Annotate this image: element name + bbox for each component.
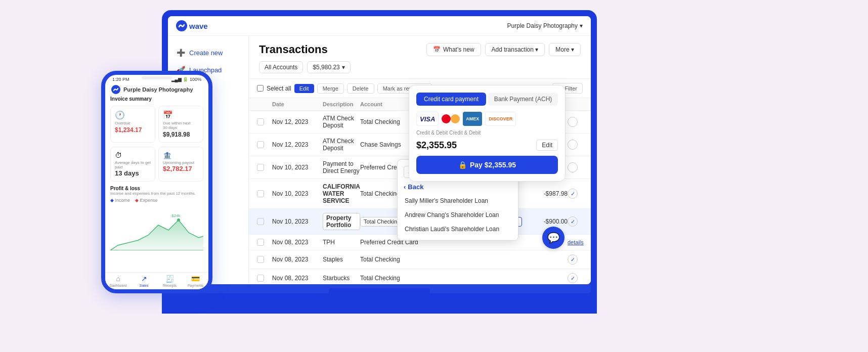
amex-logo: AMEX — [463, 112, 482, 126]
receipts-icon: 🧾 — [165, 275, 174, 283]
page-title: Transactions — [259, 43, 328, 56]
merge-button[interactable]: Merge — [317, 83, 344, 94]
row-desc: CALIFORNIA WATER SERVICE — [323, 183, 360, 204]
laptop: wave Purple Daisy Photography ▾ ➕ Create… — [162, 10, 597, 324]
phone-topbar: Purple Daisy Photography — [105, 82, 208, 96]
row-date: Nov 08, 2023 — [272, 239, 323, 246]
signal-icon: ▂▄▆ — [171, 77, 182, 82]
row-checkbox[interactable] — [257, 164, 264, 171]
row-desc: Starbucks — [323, 275, 360, 282]
more-button[interactable]: More ▾ — [549, 43, 581, 56]
row-desc: ATM Check Deposit — [323, 115, 360, 129]
nav-item-dashboard[interactable]: ⌂ Dashboard — [105, 275, 131, 287]
category-back-button[interactable]: ‹ Back — [398, 180, 518, 194]
phone-notch — [142, 76, 172, 79]
select-all-checkbox[interactable] — [257, 85, 264, 92]
payment-tab-cc[interactable]: Credit card payment — [416, 93, 486, 106]
delete-button[interactable]: Delete — [347, 83, 374, 94]
invoice-cards: 🕐 Overdue $1,234.17 📅 Due within next 30… — [110, 106, 203, 143]
visa-logo: VISA — [416, 112, 439, 126]
row-check-circle[interactable] — [568, 162, 578, 172]
row-amount: -$900.00 — [522, 218, 568, 225]
row-date: Nov 10, 2023 — [272, 190, 323, 197]
chat-icon: 💬 — [547, 232, 560, 244]
col-desc: Description — [323, 101, 360, 107]
row-checkbox[interactable] — [257, 256, 264, 263]
payment-tab-ach[interactable]: Bank Payment (ACH) — [488, 93, 558, 106]
nav-item-receipts[interactable]: 🧾 Receipts — [157, 275, 183, 287]
invoice-summary-title: Invoice summary — [110, 96, 203, 102]
pnl-title: Profit & loss — [110, 186, 203, 191]
plus-circle-icon: ➕ — [176, 48, 185, 57]
sidebar-item-create-new[interactable]: ➕ Create new — [168, 44, 248, 61]
payment-edit-button[interactable]: Edit — [536, 140, 558, 151]
user-account[interactable]: Purple Daisy Photography ▾ — [507, 22, 583, 29]
overdue-label: Overdue — [115, 121, 151, 125]
wave-logo-text: wave — [189, 22, 208, 30]
wave-logo-icon — [176, 20, 187, 31]
row-check-circle[interactable]: ✓ — [568, 216, 578, 227]
whats-new-button[interactable]: 📅 What's new — [426, 43, 481, 56]
pay-button[interactable]: 🔒 Pay $2,355.95 — [416, 156, 558, 174]
payout-amount: $2,782.17 — [163, 165, 199, 172]
avg-days-card: ⏱ Average days to get paid 13 days — [110, 147, 155, 182]
create-new-label: Create new — [189, 49, 223, 57]
chevron-down-icon: ▾ — [342, 64, 345, 71]
card-label: Credit & Debit Credit & Debit — [416, 130, 558, 136]
row-desc: ATM Check Deposit — [323, 138, 360, 152]
pnl-subtitle: Income and expenses from the past 12 mon… — [110, 191, 203, 196]
row-checkbox[interactable] — [257, 118, 264, 125]
avg-days-value: 13 days — [115, 169, 151, 177]
pnl-chart: $24k — [110, 205, 203, 250]
category-item[interactable]: Andrew Chang's Shareholder Loan — [398, 208, 518, 222]
phone-navbar: ⌂ Dashboard ↗ Sales 🧾 Receipts 💳 Payment… — [105, 272, 208, 289]
row-checkbox[interactable] — [257, 141, 264, 148]
row-date: Nov 12, 2023 — [272, 141, 323, 148]
payment-amount-row: $2,355.95 Edit — [416, 140, 558, 151]
details-link[interactable]: details — [568, 239, 583, 245]
mastercard-logo — [442, 113, 460, 124]
nav-item-payments[interactable]: 💳 Payments — [183, 275, 208, 287]
row-check-circle[interactable]: ✓ — [568, 254, 578, 265]
table-row: Nov 08, 2023 Staples Total Checking ✓ — [249, 250, 591, 269]
svg-text:$24k: $24k — [171, 213, 181, 218]
row-date: Nov 08, 2023 — [272, 256, 323, 263]
row-check-circle[interactable]: ✓ — [568, 189, 578, 199]
add-transaction-button[interactable]: Add transaction ▾ — [485, 43, 545, 56]
category-item[interactable]: Sally Miller's Shareholder Loan — [398, 194, 518, 208]
phone-business-name: Purple Daisy Photography — [123, 86, 193, 93]
due-label: Due within next 30 days — [163, 121, 199, 130]
phone-logo — [111, 85, 120, 94]
chevron-left-icon: ‹ — [404, 183, 406, 191]
row-desc-input[interactable]: Property Portfolio — [323, 213, 360, 230]
invoice-overdue-card: 🕐 Overdue $1,234.17 — [110, 106, 155, 143]
row-date: Nov 10, 2023 — [272, 218, 323, 225]
edit-button[interactable]: Edit — [294, 84, 314, 93]
row-date: Nov 10, 2023 — [272, 164, 323, 171]
calendar-icon: 📅 — [433, 46, 441, 53]
payment-tabs: Credit card payment Bank Payment (ACH) — [416, 93, 558, 106]
payments-icon: 💳 — [191, 275, 200, 283]
wave-logo: wave — [176, 20, 208, 31]
nav-item-sales[interactable]: ↗ Sales — [131, 275, 157, 287]
row-desc: Staples — [323, 256, 360, 263]
row-check-circle[interactable]: ✓ — [568, 273, 578, 283]
income-legend: ◆ Income — [110, 198, 130, 203]
row-checkbox[interactable] — [257, 239, 264, 246]
phone: 1:20 PM ▂▄▆ 🔋 100% Purple Daisy Photogra… — [101, 71, 212, 293]
accounts-filter[interactable]: All Accounts — [259, 61, 303, 73]
stat-cards: ⏱ Average days to get paid 13 days 🏦 Upc… — [110, 147, 203, 182]
row-checkbox[interactable] — [257, 275, 264, 282]
svg-marker-0 — [110, 220, 203, 250]
col-date: Date — [272, 101, 323, 107]
laptop-base — [168, 284, 591, 293]
row-checkbox[interactable] — [257, 218, 264, 225]
row-date: Nov 08, 2023 — [272, 275, 323, 282]
row-check-circle[interactable] — [568, 140, 578, 150]
payout-card: 🏦 Upcoming payout $2,782.17 — [158, 147, 203, 182]
chevron-down-icon: ▾ — [580, 22, 583, 29]
category-item[interactable]: Christian Laudi's Shareholder Loan — [398, 222, 518, 236]
row-check-circle[interactable] — [568, 117, 578, 127]
row-checkbox[interactable] — [257, 190, 264, 197]
chat-button[interactable]: 💬 — [542, 227, 565, 249]
